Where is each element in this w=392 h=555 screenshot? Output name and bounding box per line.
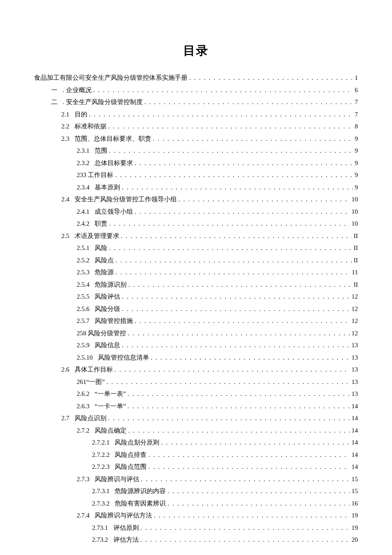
toc-entry: 2.6具体工作目标13 bbox=[34, 363, 358, 376]
toc-entry-page: 12 bbox=[350, 291, 358, 303]
toc-entry-text: 风险信息 bbox=[95, 339, 122, 352]
toc-entry: 2.7.2.3风险点范围14 bbox=[34, 461, 358, 473]
toc-entry-page: 19 bbox=[350, 522, 358, 534]
toc-entry: 2.5术语及管理要求II bbox=[34, 230, 358, 242]
toc-entry-number: 2.73.1 bbox=[92, 522, 113, 534]
toc-entry-page: 13 bbox=[350, 388, 358, 400]
toc-entry-number: 2.6.3 bbox=[77, 400, 95, 413]
toc-entry-page: 9 bbox=[353, 169, 358, 181]
toc-entry-page: 14 bbox=[350, 424, 358, 437]
toc-entry-page: 10 bbox=[350, 206, 358, 218]
toc-entry-text: 范围、总体目标要求、职责 bbox=[75, 133, 153, 145]
toc-entry: 2.1目的7 bbox=[34, 108, 358, 121]
toc-entry-page: II bbox=[352, 230, 358, 242]
toc-entry-text: 258 风险分级管控 bbox=[77, 327, 128, 340]
toc-entry-page: 12 bbox=[350, 315, 358, 327]
toc-entry-text: . 安全生产风险分级管控制度 bbox=[63, 96, 144, 108]
toc-leader-dots bbox=[167, 497, 350, 510]
toc-entry-page: 13 bbox=[350, 376, 358, 388]
toc-entry-page: II bbox=[352, 254, 358, 267]
toc-leader-dots bbox=[108, 120, 353, 133]
toc-leader-dots bbox=[148, 461, 350, 473]
toc-entry-text: 危险源辨识的内容 bbox=[115, 485, 167, 497]
toc-leader-dots bbox=[122, 303, 350, 315]
toc-leader-dots bbox=[135, 315, 350, 327]
toc-entry-text: 风险点范围 bbox=[115, 461, 148, 473]
toc-entry: 2.5.7风险管控措施12 bbox=[34, 315, 358, 327]
toc-entry-number: 二 bbox=[51, 96, 63, 108]
toc-entry-number: 2.4 bbox=[61, 193, 75, 206]
toc-entry-page: 14 bbox=[350, 400, 358, 413]
toc-entry-text: 风险辨识与评估方法 bbox=[95, 509, 154, 522]
toc-entry-page: 19 bbox=[350, 509, 358, 522]
toc-leader-dots bbox=[127, 400, 350, 413]
toc-entry-page: 14 bbox=[350, 449, 358, 461]
toc-leader-dots bbox=[128, 424, 350, 437]
toc-entry-text: 评估原则 bbox=[113, 522, 141, 534]
toc-entry-page: 9 bbox=[353, 157, 358, 169]
toc-entry-page: II bbox=[352, 279, 358, 291]
toc-leader-dots bbox=[128, 327, 350, 340]
toc-entry-page: II bbox=[352, 242, 358, 254]
toc-entry-page: 14 bbox=[350, 412, 358, 424]
toc-leader-dots bbox=[179, 193, 350, 206]
toc-entry-text: 标准和依据 bbox=[75, 120, 108, 133]
toc-entry: 2.73.2评估方法20 bbox=[34, 534, 358, 546]
toc-entry: 2.7.2风险点确定14 bbox=[34, 424, 358, 437]
toc-leader-dots bbox=[109, 145, 353, 157]
toc-entry-text: 风险 bbox=[95, 242, 109, 254]
toc-leader-dots bbox=[148, 449, 350, 461]
toc-entry-page: 7 bbox=[353, 108, 358, 121]
toc-leader-dots bbox=[115, 266, 350, 279]
toc-leader-dots bbox=[115, 169, 353, 181]
toc-entry: 2.7.3.1危险源辨识的内容15 bbox=[34, 485, 358, 497]
toc-entry: 2.3.4基本原则9 bbox=[34, 181, 358, 194]
toc-entry-page: 13 bbox=[350, 339, 358, 352]
toc-entry-number: 2.73.2 bbox=[92, 534, 113, 546]
toc-entry-page: 13 bbox=[350, 363, 358, 376]
toc-entry: 2.5.9风险信息13 bbox=[34, 339, 358, 352]
toc-entry-page: 7 bbox=[353, 96, 358, 108]
toc-entry: 2.5.6风险分级12 bbox=[34, 303, 358, 315]
toc-entry-page: 11 bbox=[350, 266, 358, 279]
toc-entry-text: 食品加工有限公司安全生产风险分级管控体系实施手册 bbox=[34, 72, 189, 84]
toc-entry: 2.5.3危险源11 bbox=[34, 266, 358, 279]
toc-entry-text: 风险管控信息清单 bbox=[98, 352, 151, 364]
toc-title: 目录 bbox=[34, 43, 358, 59]
toc-entry: 2.5.5风险评估12 bbox=[34, 291, 358, 303]
toc-leader-dots bbox=[144, 96, 353, 108]
toc-entry-page: 16 bbox=[350, 497, 358, 510]
toc-entry: 一. 企业概况6 bbox=[34, 84, 358, 96]
toc-leader-dots bbox=[135, 206, 350, 218]
toc-entry-text: 风险分级 bbox=[95, 303, 122, 315]
toc-entry-number: 2.5.9 bbox=[77, 339, 95, 352]
toc-entry-text: 危险源 bbox=[95, 266, 115, 279]
toc-leader-dots bbox=[115, 363, 350, 376]
toc-entry-number: 2.7.2 bbox=[77, 424, 95, 437]
toc-entry: 食品加工有限公司安全生产风险分级管控体系实施手册1 bbox=[34, 72, 358, 84]
toc-entry-text: 风险辨识与评估 bbox=[95, 473, 141, 485]
toc-entry-page: 15 bbox=[350, 473, 358, 485]
toc-entry: 2.5.1风险II bbox=[34, 242, 358, 254]
toc-entry-text: 风险点排查 bbox=[115, 449, 148, 461]
toc-entry-text: 危险有害因素辨识 bbox=[115, 497, 167, 510]
toc-leader-dots bbox=[122, 339, 350, 352]
toc-entry: 233 工作目标9 bbox=[34, 169, 358, 181]
toc-entry-page: 15 bbox=[350, 485, 358, 497]
toc-entry: 2.5.4危险源识别II bbox=[34, 279, 358, 291]
toc-entry-page: 12 bbox=[350, 303, 358, 315]
toc-entry: 2.7.2.1风险点划分原则14 bbox=[34, 436, 358, 449]
toc-entry-page: 10 bbox=[350, 193, 358, 206]
toc-entry-number: 2.5.3 bbox=[77, 266, 95, 279]
toc-entry-number: 2.7.3 bbox=[77, 473, 95, 485]
toc-entry-number: 2.7.3.1 bbox=[92, 485, 115, 497]
toc-entry: 2.6.3“一卡一单”14 bbox=[34, 400, 358, 413]
toc-entry-number: 2.5.10 bbox=[77, 352, 98, 364]
toc-entry-number: 2.5 bbox=[61, 230, 75, 242]
toc-entry-text: 风险管控措施 bbox=[95, 315, 135, 327]
toc-entry-number: 2.2 bbox=[61, 120, 75, 133]
toc-entry: 2.7.4风险辨识与评估方法19 bbox=[34, 509, 358, 522]
toc-entry-number: 2.3.4 bbox=[77, 181, 95, 194]
toc-leader-dots bbox=[151, 352, 350, 364]
toc-entry-text: 风险点识别 bbox=[75, 412, 108, 424]
